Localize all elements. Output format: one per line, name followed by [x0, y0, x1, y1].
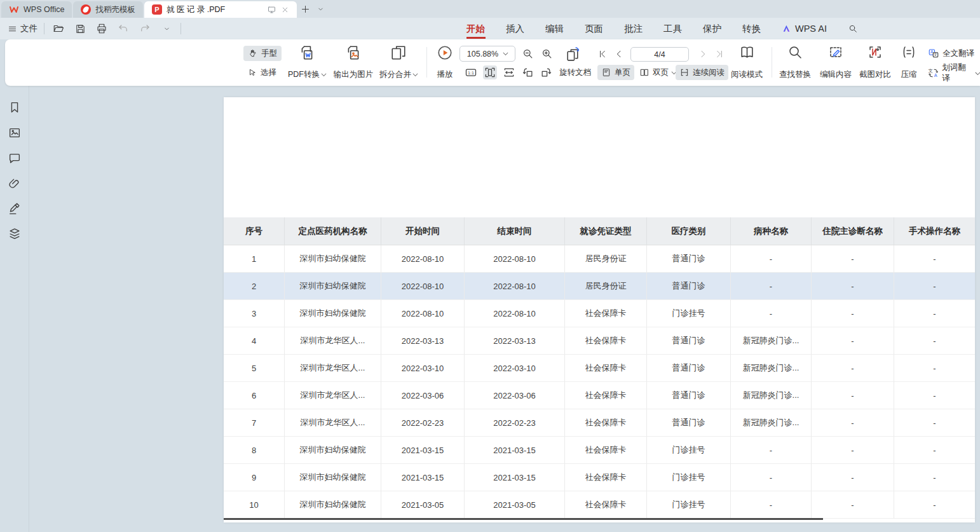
- tab-wps-office[interactable]: WPS Office: [1, 1, 72, 18]
- split-merge-button[interactable]: 拆分合并: [372, 44, 425, 81]
- file-menu-label: 文件: [20, 23, 37, 34]
- table-cell: 1: [224, 245, 285, 273]
- compress-label: 压缩: [901, 69, 917, 80]
- col-header: 医疗类别: [647, 217, 731, 245]
- comment-icon[interactable]: [8, 151, 22, 165]
- table-cell: 社会保障卡: [565, 464, 647, 491]
- tab-tools[interactable]: 工具: [662, 18, 683, 39]
- actual-size-button[interactable]: 1:1: [464, 65, 478, 79]
- fit-width-button[interactable]: [502, 65, 516, 79]
- tab-annotate[interactable]: 批注: [623, 18, 644, 39]
- tab-home[interactable]: 开始: [465, 18, 486, 39]
- table-row: 4 深圳市龙华区人... 2022-03-13 2022-03-13 社会保障卡…: [224, 327, 975, 355]
- undo-button[interactable]: [116, 21, 131, 36]
- next-page-button[interactable]: [697, 48, 709, 60]
- table-cell: -: [894, 382, 975, 409]
- double-page-icon: [639, 67, 650, 78]
- continuous-read-toggle[interactable]: 连续阅读: [676, 65, 728, 80]
- tab-list-button[interactable]: [313, 1, 329, 17]
- zoom-level-select[interactable]: 105.88%: [459, 46, 515, 62]
- table-cell: 2022-08-10: [381, 273, 465, 300]
- find-replace-button[interactable]: 查找替换: [775, 44, 815, 81]
- page-number-input[interactable]: [630, 47, 689, 62]
- fulltext-translate-button[interactable]: A文 全文翻译: [928, 46, 974, 61]
- save-button[interactable]: [72, 21, 88, 36]
- new-tab-button[interactable]: [298, 1, 313, 17]
- bookmark-icon[interactable]: [8, 100, 22, 114]
- double-page-toggle[interactable]: 双页: [636, 65, 680, 80]
- continuous-read-label: 连续阅读: [693, 67, 725, 78]
- zoom-in-button[interactable]: [540, 47, 553, 60]
- zoom-out-button[interactable]: [521, 47, 534, 60]
- table-cell: 普通门诊: [647, 245, 731, 273]
- single-page-toggle[interactable]: 单页: [597, 65, 634, 80]
- hand-tool-toggle[interactable]: 手型: [243, 46, 282, 61]
- zoom-in-icon: [541, 48, 553, 60]
- table-cell: 深圳市龙华区人...: [285, 327, 381, 355]
- tab-label: WPS Office: [24, 5, 64, 14]
- rotate-pages-button[interactable]: [564, 46, 581, 62]
- print-button[interactable]: [94, 21, 109, 36]
- rotate-left-button[interactable]: [521, 65, 535, 79]
- file-menu-button[interactable]: 文件: [8, 23, 37, 34]
- table-cell: -: [894, 409, 975, 437]
- word-translate-button[interactable]: 文A 划词翻译: [928, 65, 980, 81]
- folder-open-icon: [53, 23, 64, 34]
- table-cell: 普通门诊: [647, 273, 731, 300]
- table-cell: 社会保障卡: [565, 327, 647, 355]
- col-header: 手术操作名称: [894, 217, 975, 245]
- tab-edit[interactable]: 编辑: [544, 18, 565, 39]
- pdf-page: 序号 定点医药机构名称 开始时间 结束时间 就诊凭证类型 医疗类别 病种名称 住…: [224, 97, 975, 522]
- screenshot-compare-button[interactable]: 截图对比: [855, 44, 895, 81]
- tab-wps-ai[interactable]: WPS AI: [780, 18, 828, 39]
- redo-button[interactable]: [137, 21, 153, 36]
- table-cell: -: [812, 273, 894, 300]
- prev-page-button[interactable]: [613, 48, 625, 60]
- table-cell: 2022-08-10: [381, 300, 465, 327]
- play-icon: [437, 44, 453, 61]
- table-cell: 2022-08-10: [465, 245, 565, 273]
- table-cell: 居民身份证: [565, 245, 647, 273]
- book-icon: [739, 44, 755, 60]
- plus-icon: [301, 4, 310, 14]
- rotate-right-button[interactable]: [539, 65, 553, 79]
- read-mode-button[interactable]: 阅读模式: [728, 44, 765, 81]
- play-button[interactable]: 播放: [430, 44, 460, 81]
- tab-docer-templates[interactable]: 找稻壳模板: [73, 1, 143, 18]
- read-mode-label: 阅读模式: [731, 69, 763, 80]
- quick-access-dropdown[interactable]: [159, 21, 174, 36]
- table-cell: -: [894, 300, 975, 327]
- tab-pdf-document[interactable]: P 就 医 记 录 .PDF: [144, 1, 297, 18]
- pdf-convert-label: PDF转换: [288, 69, 320, 80]
- signature-icon[interactable]: [8, 202, 22, 216]
- rotate-left-icon: [522, 66, 534, 79]
- first-page-button[interactable]: [596, 48, 609, 60]
- table-body: 1 深圳市妇幼保健院 2022-08-10 2022-08-10 居民身份证 普…: [224, 245, 975, 519]
- table-cell: 2022-03-06: [381, 382, 465, 409]
- table-cell: -: [812, 491, 894, 519]
- tab-convert[interactable]: 转换: [741, 18, 762, 39]
- compress-button[interactable]: 压缩: [895, 44, 923, 81]
- fit-page-button[interactable]: [483, 65, 497, 79]
- ribbon-search-button[interactable]: [847, 18, 859, 39]
- table-row: 7 深圳市龙华区人... 2022-02-23 2022-02-23 社会保障卡…: [224, 409, 975, 437]
- layers-icon[interactable]: [8, 227, 22, 241]
- tab-insert[interactable]: 插入: [505, 18, 526, 39]
- close-tab-icon[interactable]: [281, 6, 289, 14]
- last-page-button[interactable]: [713, 48, 726, 60]
- thumbnail-icon[interactable]: [8, 126, 22, 140]
- hand-tool-label: 手型: [261, 48, 277, 59]
- tab-protect[interactable]: 保护: [702, 18, 723, 39]
- table-bottom-border: [224, 518, 823, 520]
- tab-page[interactable]: 页面: [583, 18, 604, 39]
- table-cell: 普通门诊: [647, 355, 731, 382]
- monitor-icon[interactable]: [267, 5, 276, 15]
- select-tool-toggle[interactable]: 选择: [243, 65, 281, 80]
- table-cell: 门诊挂号: [647, 491, 731, 519]
- single-page-label: 单页: [615, 67, 630, 78]
- edit-content-button[interactable]: 编辑内容: [816, 44, 855, 81]
- table-cell: -: [812, 464, 894, 491]
- search-icon: [848, 24, 858, 34]
- open-file-button[interactable]: [51, 21, 66, 36]
- attachment-icon[interactable]: [8, 177, 22, 191]
